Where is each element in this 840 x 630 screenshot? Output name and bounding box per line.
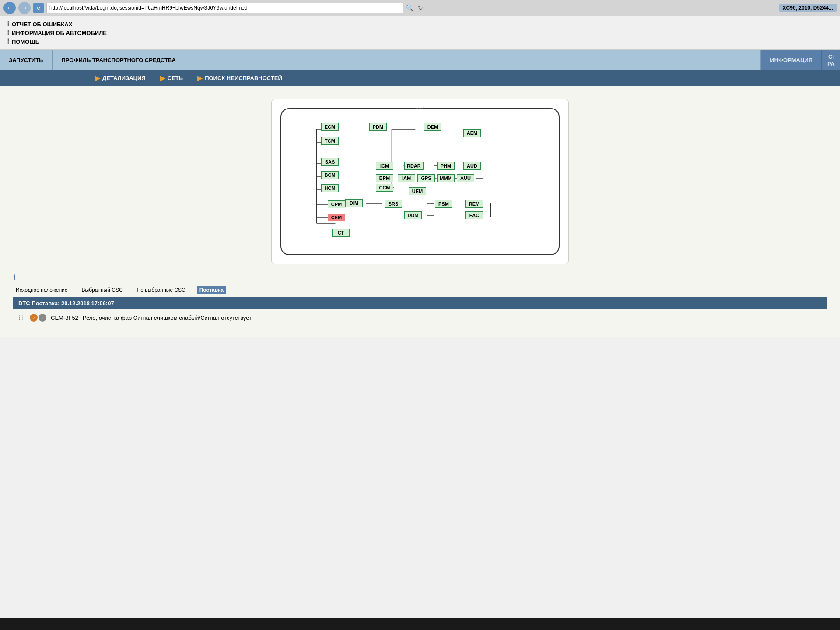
ecu-node-tcm[interactable]: TCM: [321, 137, 339, 145]
sub-nav-search[interactable]: ▶ ПОИСК НЕИСПРАВНОСТЕЙ: [190, 70, 289, 86]
ecu-node-ecm[interactable]: ECM: [321, 123, 339, 131]
ecu-node-bcm[interactable]: BCM: [321, 171, 339, 179]
ecu-node-cpm[interactable]: CPM: [328, 200, 345, 208]
ecu-node-rdar[interactable]: RDAR: [404, 162, 424, 170]
ecu-outer-box: 〰: [280, 108, 560, 255]
ecu-node-ccm[interactable]: CCM: [376, 184, 393, 192]
app-container: ⁞ ОТЧЕТ ОБ ОШИБКАХ ⁞ ИНФОРМАЦИЯ ОБ АВТОМ…: [0, 16, 840, 618]
ecu-node-rem[interactable]: REM: [466, 200, 483, 208]
dtc-icon-gray: ○: [38, 314, 46, 322]
cipi-button[interactable]: CI РА: [822, 50, 840, 70]
sub-nav-set[interactable]: ▶ СЕТЬ: [153, 70, 190, 86]
sub-nav-detalizacia[interactable]: ▶ ДЕТАЛИЗАЦИЯ: [88, 70, 153, 86]
ecu-node-phm[interactable]: PHM: [437, 162, 455, 170]
ecu-node-hcm[interactable]: HCM: [321, 184, 339, 192]
menu-dots-1: ⁞: [7, 21, 9, 28]
ecu-node-sas[interactable]: SAS: [321, 158, 339, 166]
ecu-node-ct[interactable]: CT: [332, 229, 350, 237]
ecu-node-auu[interactable]: AUU: [457, 174, 474, 182]
arrow-icon-3: ▶: [197, 74, 202, 82]
info-section: ℹ Исходное положение Выбранный CSC Не вы…: [13, 273, 827, 324]
ecu-node-ddm[interactable]: DDM: [404, 211, 422, 219]
nav-toolbar: ЗАПУСТИТЬ ПРОФИЛЬ ТРАНСПОРТНОГО СРЕДСТВА…: [0, 50, 840, 70]
ecu-node-dim[interactable]: DIM: [345, 199, 363, 207]
address-bar[interactable]: [46, 3, 403, 13]
arrow-icon-2: ▶: [160, 74, 165, 82]
ecu-node-iam[interactable]: IAM: [398, 174, 415, 182]
top-menu: ⁞ ОТЧЕТ ОБ ОШИБКАХ ⁞ ИНФОРМАЦИЯ ОБ АВТОМ…: [0, 16, 840, 50]
menu-item-errors[interactable]: ⁞ ОТЧЕТ ОБ ОШИБКАХ: [7, 20, 833, 28]
dtc-header: DTC Поставка: 20.12.2018 17:06:07: [13, 298, 827, 309]
main-content: 〰: [0, 86, 840, 337]
info-icon: ℹ: [13, 273, 827, 283]
info-button[interactable]: ИНФОРМАЦИЯ: [761, 50, 822, 70]
refresh-icon[interactable]: ↻: [418, 4, 423, 11]
ecu-node-aud[interactable]: AUD: [463, 162, 481, 170]
ecu-node-mmm[interactable]: MMM: [437, 174, 455, 182]
dtc-code: CEM-8F52: [51, 315, 78, 321]
browser-chrome: ← → e 🔍 ↻ XC90, 2010, D5244...: [0, 0, 840, 16]
legend-selected[interactable]: Выбранный CSC: [79, 286, 126, 294]
ecu-node-psm[interactable]: PSM: [435, 200, 452, 208]
ecu-node-icm[interactable]: ICM: [376, 162, 393, 170]
sub-nav-toolbar: ▶ ДЕТАЛИЗАЦИЯ ▶ СЕТЬ ▶ ПОИСК НЕИСПРАВНОС…: [0, 70, 840, 86]
wavy-indicator: 〰: [416, 105, 424, 114]
dtc-icons: ○ ○: [30, 314, 46, 322]
ecu-node-cem[interactable]: CEM: [328, 214, 345, 221]
ecu-node-dem[interactable]: DEM: [424, 123, 441, 131]
menu-dots-3: ⁞: [7, 38, 9, 45]
ecu-node-pac[interactable]: PAC: [466, 211, 483, 219]
tab-car-label: XC90, 2010, D5244...: [779, 4, 836, 12]
ecu-node-aem[interactable]: AEM: [463, 129, 481, 137]
legend-bar: Исходное положение Выбранный CSC Не выбр…: [13, 286, 827, 294]
ecu-node-bpm[interactable]: BPM: [376, 174, 393, 182]
ecu-node-gps[interactable]: GPS: [417, 174, 435, 182]
ecu-node-uem[interactable]: UEM: [409, 187, 426, 195]
menu-item-help[interactable]: ⁞ ПОМОЩЬ: [7, 37, 833, 46]
forward-button[interactable]: →: [18, 2, 31, 14]
browser-toolbar: ← → e 🔍 ↻ XC90, 2010, D5244...: [0, 0, 840, 16]
ecu-grid: ECM TCM SAS BCM HCM CPM CEM CT PDM DEM A…: [288, 116, 552, 247]
dtc-row[interactable]: ⁞⁞⁞ ○ ○ CEM-8F52 Реле, очистка фар Сигна…: [13, 311, 827, 324]
dtc-description: Реле, очистка фар Сигнал слишком слабый/…: [83, 315, 252, 321]
launch-button[interactable]: ЗАПУСТИТЬ: [0, 50, 52, 70]
back-button[interactable]: ←: [4, 2, 16, 14]
search-icon[interactable]: 🔍: [406, 4, 413, 11]
legend-unselected[interactable]: Не выбранные CSC: [134, 286, 188, 294]
arrow-icon-1: ▶: [94, 74, 100, 82]
menu-item-info[interactable]: ⁞ ИНФОРМАЦИЯ ОБ АВТОМОБИЛЕ: [7, 28, 833, 37]
grid-dots: ⁞⁞⁞: [18, 314, 24, 321]
dtc-icon-orange: ○: [30, 314, 38, 322]
legend-delivery[interactable]: Поставка: [197, 286, 226, 294]
menu-dots-2: ⁞: [7, 29, 9, 36]
profile-button[interactable]: ПРОФИЛЬ ТРАНСПОРТНОГО СРЕДСТВА: [52, 50, 761, 70]
ecu-diagram: 〰: [271, 99, 569, 264]
legend-initial[interactable]: Исходное положение: [13, 286, 70, 294]
ecu-node-srs[interactable]: SRS: [385, 200, 402, 208]
ecu-node-pdm[interactable]: PDM: [369, 123, 387, 131]
browser-icon: e: [33, 3, 44, 13]
